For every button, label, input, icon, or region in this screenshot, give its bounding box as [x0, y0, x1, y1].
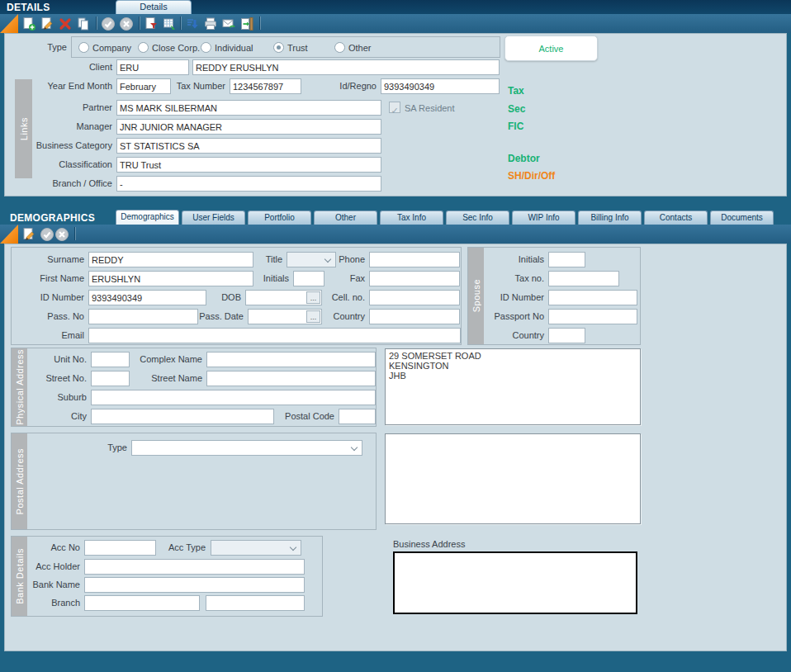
tab-details[interactable]: Details	[116, 0, 192, 14]
branch-input[interactable]	[84, 595, 200, 611]
city-input[interactable]	[91, 409, 274, 424]
status-active-button[interactable]: Active	[504, 35, 598, 61]
tab-other[interactable]: Other	[314, 211, 377, 225]
tab-documents[interactable]: Documents	[710, 211, 774, 225]
street-no-input[interactable]	[91, 371, 130, 386]
acc-no-input[interactable]	[84, 540, 156, 556]
spouse-country-label: Country	[471, 330, 544, 340]
tab-contacts[interactable]: Contacts	[644, 211, 708, 225]
radio-close-corp[interactable]	[138, 42, 149, 53]
branch-office-label: Branch / Office	[21, 178, 112, 188]
link-debtor[interactable]: Debtor	[508, 153, 540, 164]
client-code-input[interactable]	[116, 59, 189, 75]
branch-office-input[interactable]	[116, 176, 381, 192]
postal-address-text[interactable]	[385, 433, 641, 524]
unit-no-input[interactable]	[91, 352, 130, 367]
phone-input[interactable]	[369, 252, 460, 267]
spouse-id-number-input[interactable]	[548, 290, 637, 305]
tax-number-input[interactable]	[230, 78, 301, 94]
fax-label: Fax	[299, 273, 365, 283]
export-button[interactable]	[239, 16, 256, 32]
pass-no-label: Pass. No	[18, 311, 84, 321]
classification-input[interactable]	[116, 157, 381, 173]
physical-address-text[interactable]: 29 SOMERSET ROAD KENSINGTON JHB	[385, 348, 641, 425]
report-button[interactable]	[144, 16, 160, 32]
acc-type-select[interactable]	[211, 540, 301, 556]
sort-button[interactable]	[185, 16, 201, 32]
new-record-button[interactable]	[21, 16, 38, 32]
partner-input[interactable]	[116, 100, 381, 116]
manager-input[interactable]	[116, 119, 381, 135]
sa-resident-checkbox[interactable]: ✓	[389, 102, 400, 113]
details-toolbar	[0, 14, 791, 33]
email-icon	[221, 17, 236, 31]
cell-label: Cell. no.	[299, 292, 365, 302]
spouse-initials-input[interactable]	[548, 252, 585, 267]
tab-demographics[interactable]: Demographics	[116, 210, 179, 225]
client-name-input[interactable]	[192, 59, 500, 75]
bank-name-input[interactable]	[84, 577, 305, 593]
export-icon	[239, 17, 254, 31]
accept-button[interactable]	[40, 226, 56, 243]
link-fic[interactable]: FIC	[508, 121, 523, 132]
chevron-down-icon	[290, 544, 296, 551]
street-name-input[interactable]	[206, 371, 376, 386]
grid-button[interactable]	[162, 16, 178, 32]
acc-holder-label: Acc Holder	[15, 561, 80, 571]
email-input[interactable]	[88, 328, 461, 343]
tab-wip-info[interactable]: WIP Info	[512, 211, 575, 225]
complex-name-input[interactable]	[206, 352, 376, 367]
radio-company-label: Company	[92, 43, 131, 53]
tab-portfolio[interactable]: Portfolio	[248, 211, 311, 225]
id-regno-input[interactable]	[381, 78, 500, 94]
fold-corner-icon	[0, 225, 18, 244]
radio-company[interactable]	[78, 42, 89, 53]
toolbar-separator	[96, 17, 97, 30]
print-button[interactable]	[203, 16, 220, 32]
tab-billing-info[interactable]: Billing Info	[578, 211, 642, 225]
tab-user-fields[interactable]: User Fields	[182, 211, 245, 225]
surname-label: Surname	[18, 254, 84, 264]
radio-trust[interactable]	[273, 42, 284, 53]
spouse-country-input[interactable]	[548, 328, 585, 343]
business-category-input[interactable]	[116, 138, 381, 154]
tab-tax-info[interactable]: Tax Info	[380, 211, 443, 225]
country-input[interactable]	[369, 309, 460, 324]
spouse-passport-input[interactable]	[548, 309, 637, 324]
toolbar-separator	[74, 227, 75, 240]
postal-type-select[interactable]	[131, 440, 362, 456]
link-sec[interactable]: Sec	[508, 103, 525, 115]
details-panel: Type Company Close Corp. Individual Trus…	[4, 33, 787, 196]
suburb-input[interactable]	[91, 390, 376, 405]
cancel-button[interactable]	[119, 16, 135, 32]
radio-individual[interactable]	[201, 42, 211, 53]
acc-type-label: Acc Type	[152, 542, 206, 552]
radio-other[interactable]	[334, 42, 345, 53]
delete-record-icon	[58, 17, 73, 31]
business-address-label: Business Address	[393, 539, 465, 549]
spouse-id-number-label: ID Number	[471, 292, 544, 302]
acc-holder-input[interactable]	[84, 559, 305, 575]
fax-input[interactable]	[369, 271, 460, 286]
new-record-icon	[21, 17, 36, 31]
postal-type-label: Type	[57, 442, 127, 452]
cancel-button[interactable]	[54, 226, 71, 243]
edit-record-button[interactable]	[21, 226, 38, 243]
tab-sec-info[interactable]: Sec Info	[446, 211, 509, 225]
email-button[interactable]	[221, 16, 238, 32]
postal-code-input[interactable]	[339, 409, 376, 424]
accept-button[interactable]	[101, 16, 117, 32]
id-regno-label: Id/Regno	[310, 81, 377, 91]
business-address-text[interactable]	[393, 551, 637, 614]
branch-code-input[interactable]	[206, 595, 305, 611]
spouse-initials-label: Initials	[471, 254, 544, 264]
copy-record-button[interactable]	[76, 16, 92, 32]
spouse-tax-no-input[interactable]	[548, 271, 619, 286]
edit-record-button[interactable]	[40, 16, 56, 32]
delete-record-button[interactable]	[58, 16, 74, 32]
street-name-label: Street Name	[132, 373, 202, 383]
edit-record-icon	[21, 227, 36, 242]
cell-input[interactable]	[369, 290, 460, 305]
link-sh-dir-off[interactable]: SH/Dir/Off	[508, 170, 555, 182]
link-tax[interactable]: Tax	[508, 85, 524, 97]
